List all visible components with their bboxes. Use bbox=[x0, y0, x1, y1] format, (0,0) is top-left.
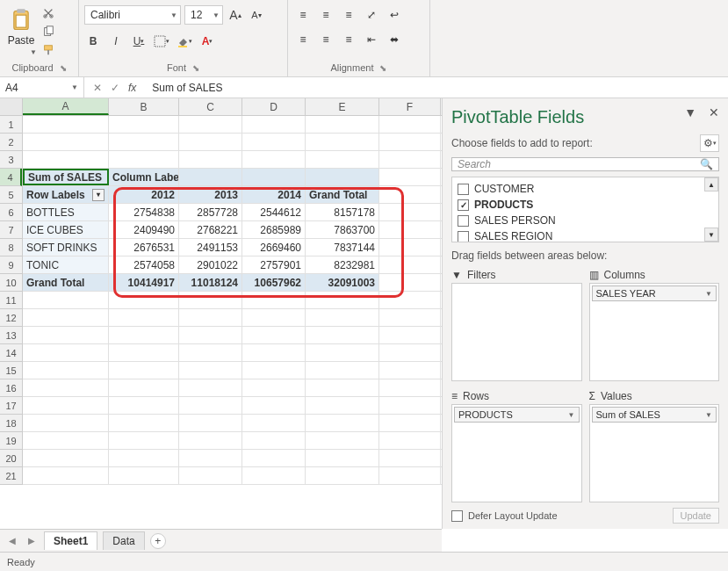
align-bottom-icon[interactable]: ≡ bbox=[339, 4, 358, 26]
row-header[interactable]: 12 bbox=[0, 309, 22, 327]
chevron-down-icon: ▼ bbox=[170, 11, 177, 19]
select-all-corner[interactable] bbox=[0, 98, 23, 115]
column-header[interactable]: C bbox=[179, 98, 242, 115]
bold-button[interactable]: B bbox=[84, 33, 102, 50]
pivot-row-label[interactable]: ICE CUBES bbox=[23, 221, 109, 238]
font-name-select[interactable]: Calibri▼ bbox=[84, 5, 181, 25]
row-header[interactable]: 5 bbox=[0, 186, 22, 204]
field-sales-person[interactable]: SALES PERSON bbox=[452, 213, 718, 228]
scroll-down-icon[interactable]: ▼ bbox=[704, 228, 718, 242]
row-header[interactable]: 7 bbox=[0, 221, 22, 239]
add-sheet-icon[interactable]: + bbox=[150, 533, 166, 549]
dialog-launcher-icon[interactable]: ⬊ bbox=[60, 63, 67, 73]
pivot-row-label[interactable]: BOTTLES bbox=[23, 204, 109, 220]
field-customer[interactable]: CUSTOMER bbox=[452, 181, 718, 197]
formula-content[interactable]: Sum of SALES bbox=[145, 82, 222, 94]
tab-nav-next-icon[interactable]: ▶ bbox=[25, 536, 39, 545]
name-box[interactable]: A4▼ bbox=[0, 77, 84, 98]
area-item-sales-year[interactable]: SALES YEAR▼ bbox=[592, 285, 717, 301]
row-header[interactable]: 3 bbox=[0, 151, 22, 169]
values-dropzone[interactable]: Sum of SALES▼ bbox=[589, 404, 720, 502]
spreadsheet-grid[interactable]: A B C D E F 1234567891011121314151617181… bbox=[0, 98, 442, 529]
increase-font-icon[interactable]: A▴ bbox=[227, 6, 244, 24]
copy-icon[interactable] bbox=[40, 24, 56, 40]
row-header[interactable]: 15 bbox=[0, 362, 22, 379]
pivot-sum-label[interactable]: Sum of SALES bbox=[23, 169, 109, 185]
area-item-products[interactable]: PRODUCTS▼ bbox=[454, 407, 580, 423]
row-header[interactable]: 14 bbox=[0, 344, 22, 362]
checkbox[interactable] bbox=[458, 215, 469, 227]
cut-icon[interactable] bbox=[40, 5, 56, 21]
field-list[interactable]: ▲ ▼ CUSTOMER✓PRODUCTSSALES PERSONSALES R… bbox=[451, 177, 719, 242]
gear-icon[interactable]: ⚙▾ bbox=[700, 134, 719, 152]
tab-sheet1[interactable]: Sheet1 bbox=[44, 531, 97, 550]
row-header[interactable]: 9 bbox=[0, 256, 22, 274]
filters-dropzone[interactable] bbox=[451, 283, 582, 381]
borders-button[interactable]: ▾ bbox=[153, 33, 170, 50]
row-header[interactable]: 8 bbox=[0, 239, 22, 256]
align-right-icon[interactable]: ≡ bbox=[339, 28, 358, 51]
fx-icon[interactable]: fx bbox=[128, 82, 136, 94]
orientation-icon[interactable]: ⤢ bbox=[362, 4, 381, 26]
font-label: Font bbox=[167, 62, 186, 73]
column-header[interactable]: F bbox=[379, 98, 441, 115]
align-left-icon[interactable]: ≡ bbox=[293, 28, 313, 51]
row-header[interactable]: 20 bbox=[0, 450, 22, 467]
filter-dropdown-icon[interactable]: ▾ bbox=[92, 189, 105, 201]
row-header[interactable]: 16 bbox=[0, 379, 22, 397]
align-center-icon[interactable]: ≡ bbox=[316, 28, 335, 51]
pivot-row-labels[interactable]: Row Labels ▾ bbox=[23, 186, 109, 203]
format-painter-icon[interactable] bbox=[40, 42, 56, 58]
row-header[interactable]: 10 bbox=[0, 274, 22, 292]
merge-center-icon[interactable]: ⬌ bbox=[385, 28, 404, 51]
tab-data[interactable]: Data bbox=[103, 531, 144, 550]
column-header[interactable]: D bbox=[242, 98, 306, 115]
row-header[interactable]: 2 bbox=[0, 134, 22, 151]
row-header[interactable]: 18 bbox=[0, 415, 22, 432]
wrap-text-icon[interactable]: ↩ bbox=[385, 4, 404, 26]
align-top-icon[interactable]: ≡ bbox=[293, 4, 313, 26]
italic-button[interactable]: I bbox=[107, 33, 125, 50]
align-middle-icon[interactable]: ≡ bbox=[316, 4, 335, 26]
enter-icon[interactable]: ✓ bbox=[111, 82, 119, 94]
paste-button[interactable]: Paste ▼ bbox=[5, 4, 37, 60]
column-header[interactable]: E bbox=[306, 98, 379, 115]
row-header[interactable]: 13 bbox=[0, 327, 22, 344]
area-item-sum-sales[interactable]: Sum of SALES▼ bbox=[592, 407, 717, 423]
font-color-button[interactable]: A▾ bbox=[198, 33, 216, 50]
font-size-select[interactable]: 12▼ bbox=[184, 5, 223, 25]
update-button[interactable]: Update bbox=[673, 508, 719, 524]
dropdown-icon[interactable]: ▼ bbox=[684, 105, 696, 119]
field-products[interactable]: ✓PRODUCTS bbox=[452, 197, 718, 213]
pivot-row-label[interactable]: SOFT DRINKS bbox=[23, 239, 109, 256]
underline-button[interactable]: U▾ bbox=[130, 33, 148, 50]
row-header[interactable]: 21 bbox=[0, 467, 22, 485]
search-input[interactable]: Search 🔍 bbox=[451, 157, 719, 171]
checkbox[interactable]: ✓ bbox=[458, 199, 469, 211]
row-header[interactable]: 19 bbox=[0, 432, 22, 450]
pivot-row-label[interactable]: TONIC bbox=[23, 256, 109, 273]
defer-checkbox[interactable] bbox=[451, 510, 463, 522]
tab-nav-prev-icon[interactable]: ◀ bbox=[5, 536, 19, 545]
row-header[interactable]: 1 bbox=[0, 116, 22, 134]
decrease-font-icon[interactable]: A▾ bbox=[248, 6, 265, 24]
cancel-icon[interactable]: ✕ bbox=[93, 82, 102, 94]
checkbox[interactable] bbox=[458, 231, 469, 242]
row-header[interactable]: 6 bbox=[0, 204, 22, 221]
scroll-up-icon[interactable]: ▲ bbox=[704, 177, 718, 191]
field-sales-region[interactable]: SALES REGION bbox=[452, 228, 718, 242]
pivot-column-labels[interactable]: Column Labels ▾ bbox=[109, 169, 179, 185]
decrease-indent-icon[interactable]: ⇤ bbox=[362, 28, 381, 51]
column-header[interactable]: B bbox=[109, 98, 179, 115]
row-header[interactable]: 17 bbox=[0, 397, 22, 415]
fill-color-button[interactable]: ▾ bbox=[176, 33, 193, 50]
column-header[interactable]: A bbox=[23, 98, 109, 115]
dialog-launcher-icon[interactable]: ⬊ bbox=[379, 63, 386, 73]
row-header[interactable]: 11 bbox=[0, 292, 22, 309]
rows-dropzone[interactable]: PRODUCTS▼ bbox=[451, 404, 582, 502]
dialog-launcher-icon[interactable]: ⬊ bbox=[192, 63, 199, 73]
columns-dropzone[interactable]: SALES YEAR▼ bbox=[589, 283, 720, 381]
checkbox[interactable] bbox=[458, 184, 469, 195]
close-icon[interactable]: ✕ bbox=[709, 105, 719, 119]
row-header[interactable]: 4 bbox=[0, 169, 22, 186]
